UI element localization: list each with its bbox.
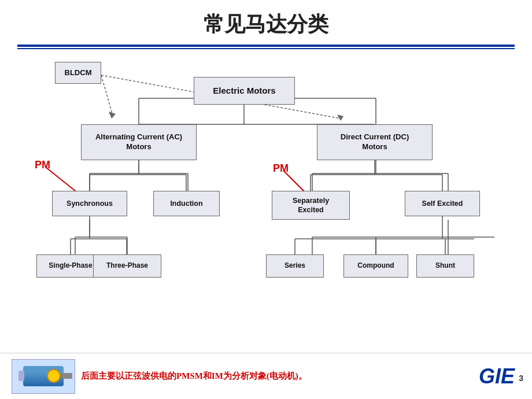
- box-induction: Induction: [153, 191, 220, 216]
- pm-label-ac: PM: [35, 159, 50, 171]
- svg-marker-26: [109, 112, 116, 119]
- footer-text: 后面主要以正弦波供电的PMSM和IM为分析对象(电动机)。: [75, 371, 479, 382]
- box-compound: Compound: [343, 254, 408, 278]
- motor-end-graphic: [19, 371, 24, 381]
- motor-circle-graphic: [47, 369, 61, 383]
- page-title: 常见马达分类: [204, 13, 328, 36]
- gie-logo: GIE: [479, 364, 520, 389]
- diagram-area: PM PM BLDCM Electric Motors Alternating …: [0, 49, 532, 332]
- svg-line-24: [101, 75, 113, 116]
- blue-line-thick: [17, 45, 515, 47]
- box-shunt: Shunt: [416, 254, 474, 278]
- motor-image: [12, 359, 75, 394]
- svg-marker-27: [337, 114, 343, 121]
- box-series: Series: [266, 254, 324, 278]
- box-self-excited: Self Excited: [405, 191, 480, 216]
- footer: 后面主要以正弦波供电的PMSM和IM为分析对象(电动机)。 GIE: [0, 353, 532, 399]
- page-number: 3: [519, 374, 523, 383]
- motor-body-graphic: [23, 366, 64, 386]
- box-ac-motors: Alternating Current (AC)Motors: [81, 124, 197, 160]
- box-bldcm: BLDCM: [55, 62, 101, 84]
- box-electric-motors: Electric Motors: [194, 77, 295, 105]
- box-dc-motors: Direct Current (DC)Motors: [317, 124, 433, 160]
- motor-shaft-graphic: [62, 373, 72, 379]
- pm-label-dc: PM: [273, 162, 289, 175]
- box-three-phase: Three-Phase: [93, 254, 161, 278]
- page-header: 常见马达分类: [0, 0, 532, 45]
- box-synchronous: Synchronous: [52, 191, 127, 216]
- box-separately-excited: SeparatelyExcited: [272, 191, 350, 220]
